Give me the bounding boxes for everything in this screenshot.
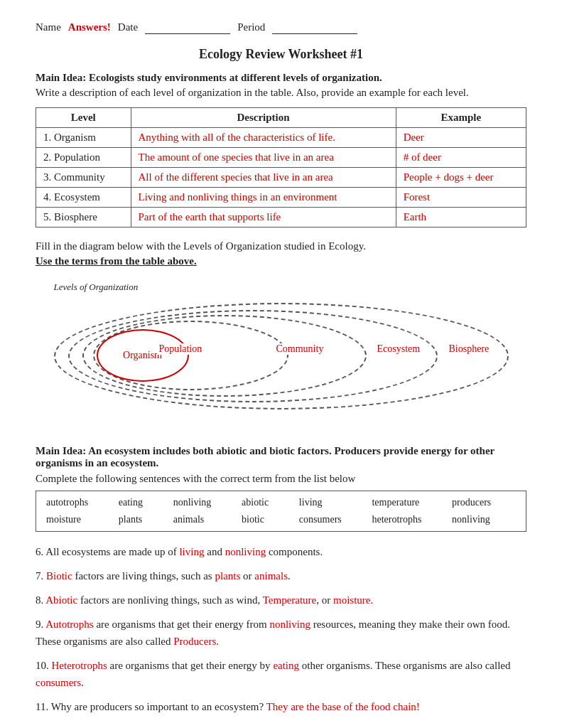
sentence-part: plants: [215, 570, 240, 582]
ellipses-container: Organism Population Community Ecosystem …: [40, 299, 523, 420]
sentence-part: consumers: [36, 677, 81, 688]
period-label: Period: [237, 21, 265, 33]
cell-description: Living and nonliving things in an enviro…: [131, 188, 396, 208]
sentence-part: .: [81, 677, 84, 688]
word-bank-item: consumers: [296, 513, 369, 527]
cell-description: The amount of one species that live in a…: [131, 148, 396, 168]
sentence-part: animals: [254, 570, 288, 582]
date-field[interactable]: [145, 21, 230, 34]
sentence-part: Heterotrophs: [52, 660, 107, 671]
cell-description: Part of the earth that supports life: [131, 208, 396, 228]
sentence-part: .: [288, 570, 291, 582]
name-label: Name: [36, 21, 61, 33]
col-level: Level: [36, 108, 131, 128]
sentence-part: components.: [266, 546, 323, 557]
sentence-part: or: [240, 570, 254, 582]
diagram-label: Levels of Organization: [54, 282, 139, 293]
table-row: 1. OrganismAnything with all of the char…: [36, 128, 526, 148]
table-row: 5. BiospherePart of the earth that suppo…: [36, 208, 526, 228]
cell-example: Earth: [396, 208, 526, 228]
cell-example: People + dogs + deer: [396, 168, 526, 188]
sentence-part: Autotrophs: [45, 619, 94, 630]
word-bank-item: heterotrophs: [369, 513, 449, 527]
sentence-part: .: [216, 636, 219, 647]
date-label: Date: [118, 21, 138, 33]
word-bank-item: nonliving: [171, 496, 239, 510]
section2-bold: Main Idea: An ecosystem includes both ab…: [36, 445, 495, 469]
sentence-part: , or: [316, 594, 333, 606]
section2-main-idea: Main Idea: An ecosystem includes both ab…: [36, 445, 526, 469]
period-field[interactable]: [272, 21, 357, 34]
sentence-part: are organisms that get their energy by: [107, 660, 274, 671]
section1-instruction: Write a description of each level of org…: [36, 87, 526, 99]
answers-label: Answers!: [68, 21, 111, 33]
sentence-part: living: [179, 546, 204, 557]
sentence-part: Producers: [173, 636, 216, 647]
cell-level: 1. Organism: [36, 128, 131, 148]
cell-level: 2. Population: [36, 148, 131, 168]
organism-oval: Organism: [97, 329, 189, 382]
sentence-part: moisture: [333, 594, 371, 606]
sentence-9: 9. Autotrophs are organisms that get the…: [36, 616, 526, 650]
sentence-part: other organisms. These organisms are als…: [299, 660, 510, 671]
complete-instruction: Complete the following sentences with th…: [36, 473, 526, 485]
sentence-11: 11. Why are producers so important to an…: [36, 698, 526, 715]
sentence-part: 8.: [36, 594, 45, 606]
sentence-part: are organisms that get their energy from: [94, 619, 270, 630]
cell-example: # of deer: [396, 148, 526, 168]
sentence-part: 6. All ecosystems are made up of: [36, 546, 179, 557]
sentence-part: eating: [273, 660, 299, 671]
sentence-part: 9.: [36, 619, 45, 630]
table-row: 2. PopulationThe amount of one species t…: [36, 148, 526, 168]
word-bank-item: autotrophs: [43, 496, 116, 510]
section1-main-idea: Main Idea: Ecologists study environments…: [36, 72, 526, 84]
table-row: 3. CommunityAll of the different species…: [36, 168, 526, 188]
sentence-part: They are the base of the food chain!: [266, 701, 420, 712]
sentence-part: 11. Why are producers so important to an…: [36, 701, 266, 712]
fill-instruction: Fill in the diagram below with the Level…: [36, 240, 526, 252]
sentence-part: 10.: [36, 660, 52, 671]
sentence-part: factors are nonliving things, such as wi…: [77, 594, 263, 606]
word-bank-item: eating: [116, 496, 171, 510]
word-bank: autotrophseatingnonlivingabioticlivingte…: [36, 491, 526, 532]
cell-example: Deer: [396, 128, 526, 148]
col-description: Description: [131, 108, 396, 128]
community-label: Community: [274, 343, 326, 355]
population-label: Population: [157, 343, 205, 355]
cell-level: 4. Ecosystem: [36, 188, 131, 208]
sentence-part: 7.: [36, 570, 46, 582]
header: Name Answers! Date Period: [36, 21, 526, 34]
sentence-6: 6. All ecosystems are made up of living …: [36, 543, 526, 560]
sentence-part: factors are living things, such as: [72, 570, 215, 582]
sentence-10: 10. Heterotrophs are organisms that get …: [36, 657, 526, 691]
page-title: Ecology Review Worksheet #1: [36, 47, 526, 62]
word-bank-item: abiotic: [239, 496, 296, 510]
word-bank-item: plants: [116, 513, 171, 527]
sentence-7: 7. Biotic factors are living things, suc…: [36, 567, 526, 584]
sentence-part: Biotic: [46, 570, 72, 582]
cell-level: 5. Biosphere: [36, 208, 131, 228]
word-bank-item: animals: [171, 513, 239, 527]
cell-description: All of the different species that live i…: [131, 168, 396, 188]
diagram-container: Levels of Organization Organism Populati…: [40, 282, 523, 424]
cell-example: Forest: [396, 188, 526, 208]
sentence-part: .: [371, 594, 374, 606]
word-bank-item: nonliving: [449, 513, 519, 527]
sentence-part: nonliving: [269, 619, 310, 630]
table-row: 4. EcosystemLiving and nonliving things …: [36, 188, 526, 208]
word-bank-item: biotic: [239, 513, 296, 527]
sentence-8: 8. Abiotic factors are nonliving things,…: [36, 592, 526, 609]
ecosystem-label: Ecosystem: [375, 343, 423, 355]
sentence-part: Temperature: [263, 594, 317, 606]
word-bank-item: living: [296, 496, 369, 510]
biosphere-label: Biosphere: [447, 343, 492, 355]
sentence-part: and: [204, 546, 225, 557]
cell-level: 3. Community: [36, 168, 131, 188]
sentences-container: 6. All ecosystems are made up of living …: [36, 543, 526, 715]
sentence-part: Abiotic: [45, 594, 77, 606]
word-bank-item: temperature: [369, 496, 449, 510]
sentence-part: nonliving: [225, 546, 266, 557]
word-bank-item: producers: [449, 496, 519, 510]
cell-description: Anything with all of the characteristics…: [131, 128, 396, 148]
word-bank-item: moisture: [43, 513, 116, 527]
